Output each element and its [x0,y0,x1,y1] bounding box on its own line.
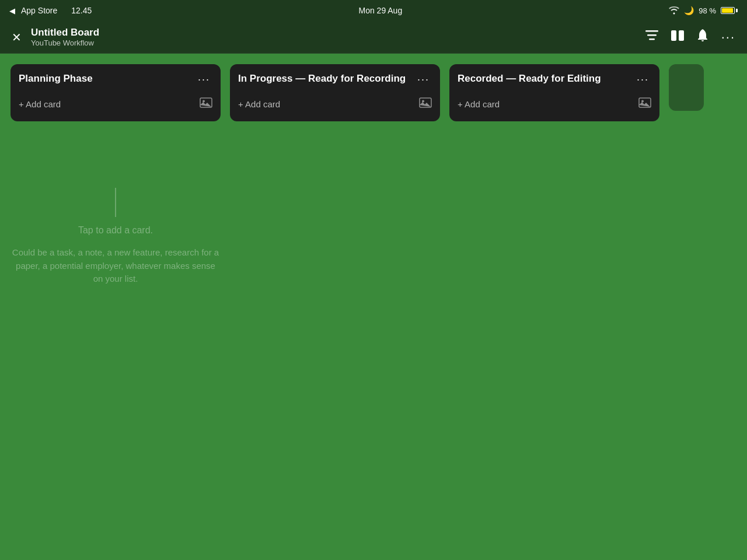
column-planning-image-icon[interactable] [200,97,212,111]
svg-rect-4 [679,30,684,41]
board-area: Planning Phase ··· + Add card In Progres… [0,54,747,560]
filter-icon[interactable] [645,30,658,44]
notification-bell-icon[interactable] [697,29,708,45]
column-in-progress-add-card-row: + Add card [238,95,432,113]
title-right: ··· [645,29,735,45]
column-recorded-image-icon[interactable] [638,97,651,111]
column-in-progress-image-icon[interactable] [419,97,432,111]
back-arrow-icon: ◀ [9,6,15,15]
column-planning-header: Planning Phase ··· [19,72,212,87]
board-info: Untitled Board YouTube Workflow [31,27,99,47]
svg-point-6 [203,100,205,103]
column-in-progress-title: In Progress — Ready for Recording [238,72,415,85]
column-recorded-menu[interactable]: ··· [634,72,651,87]
svg-rect-3 [671,30,676,41]
board-subtitle: YouTube Workflow [31,38,99,47]
svg-point-10 [641,100,644,103]
more-options-icon[interactable]: ··· [721,30,735,45]
column-in-progress-menu[interactable]: ··· [415,72,432,87]
svg-rect-0 [645,30,658,32]
svg-point-8 [422,100,424,103]
ghost-card-area: Tap to add a card. Could be a task, a no… [11,188,221,286]
column-planning-add-card-button[interactable]: + Add card [19,99,61,109]
svg-rect-1 [647,34,657,36]
moon-icon: 🌙 [684,6,694,15]
column-in-progress-add-card-button[interactable]: + Add card [238,99,280,109]
column-in-progress: In Progress — Ready for Recording ··· + … [230,64,440,121]
column-recorded-add-card-row: + Add card [458,95,651,113]
ghost-card-description: Could be a task, a note, a new feature, … [11,246,221,286]
column-in-progress-header: In Progress — Ready for Recording ··· [238,72,432,87]
wifi-icon [669,6,679,15]
app-store-label: App Store [21,6,57,15]
board-view-icon[interactable] [671,30,684,44]
ghost-card-title: Tap to add a card. [11,225,221,236]
column-recorded-add-card-button[interactable]: + Add card [458,99,500,109]
cursor-line [115,188,116,217]
column-planning-add-card-row: + Add card [19,95,212,113]
title-bar: ✕ Untitled Board YouTube Workflow [0,21,747,54]
svg-rect-2 [649,38,655,40]
title-left: ✕ Untitled Board YouTube Workflow [12,27,99,47]
status-time: 12.45 [71,6,92,15]
status-date: Mon 29 Aug [358,6,402,15]
status-right: 🌙 98 % [669,6,738,15]
column-recorded-title: Recorded — Ready for Editing [458,72,634,85]
status-left: ◀ App Store 12.45 [9,6,92,15]
close-button[interactable]: ✕ [12,30,22,44]
status-center: Mon 29 Aug [358,6,402,15]
column-planning-title: Planning Phase [19,72,196,85]
board-title: Untitled Board [31,27,99,38]
column-planning: Planning Phase ··· + Add card [11,64,221,121]
column-planning-menu[interactable]: ··· [196,72,212,87]
column-recorded: Recorded — Ready for Editing ··· + Add c… [449,64,659,121]
status-bar: ◀ App Store 12.45 Mon 29 Aug 🌙 98 % [0,0,747,21]
battery-percent: 98 % [699,6,716,15]
column-recorded-header: Recorded — Ready for Editing ··· [458,72,651,87]
column-partial [669,64,704,111]
battery-icon [721,7,738,14]
